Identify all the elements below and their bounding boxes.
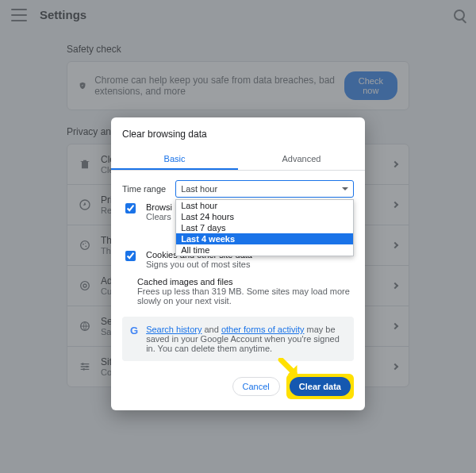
link-other-activity[interactable]: other forms of activity <box>221 325 305 334</box>
link-search-history[interactable]: Search history <box>146 325 202 334</box>
info-text: Search history and other forms of activi… <box>146 325 346 353</box>
option-last-24-hours[interactable]: Last 24 hours <box>176 211 353 222</box>
highlight-annotation: Clear data <box>286 374 354 399</box>
clear-data-button[interactable]: Clear data <box>290 377 351 396</box>
dialog-actions: Cancel Clear data <box>122 374 354 399</box>
cancel-button[interactable]: Cancel <box>232 377 280 396</box>
option-all-time[interactable]: All time <box>176 244 353 256</box>
time-range-select[interactable]: Last hour <box>175 180 354 198</box>
check-cached: Cached images and files Frees up less th… <box>122 277 354 306</box>
chevron-down-icon <box>342 187 348 190</box>
tab-advanced[interactable]: Advanced <box>238 148 365 170</box>
checkbox-cookies[interactable] <box>125 251 136 261</box>
clear-browsing-data-dialog: Clear browsing data Basic Advanced Time … <box>111 117 365 410</box>
dialog-tabs: Basic Advanced <box>111 148 365 171</box>
google-icon: G <box>130 325 138 336</box>
google-account-info: G Search history and other forms of acti… <box>122 317 354 361</box>
time-range-dropdown: Last hour Last 24 hours Last 7 days Last… <box>175 199 354 256</box>
time-range-label: Time range <box>122 184 166 194</box>
option-last-hour[interactable]: Last hour <box>176 200 353 211</box>
checkbox-browsing-history[interactable] <box>125 203 136 213</box>
tab-basic[interactable]: Basic <box>111 148 238 170</box>
time-range-value: Last hour <box>181 184 217 194</box>
dialog-title: Clear browsing data <box>122 129 354 140</box>
option-last-4-weeks[interactable]: Last 4 weeks <box>176 233 353 244</box>
option-last-7-days[interactable]: Last 7 days <box>176 222 353 233</box>
time-range-row: Time range Last hour Last hour Last 24 h… <box>122 180 354 198</box>
